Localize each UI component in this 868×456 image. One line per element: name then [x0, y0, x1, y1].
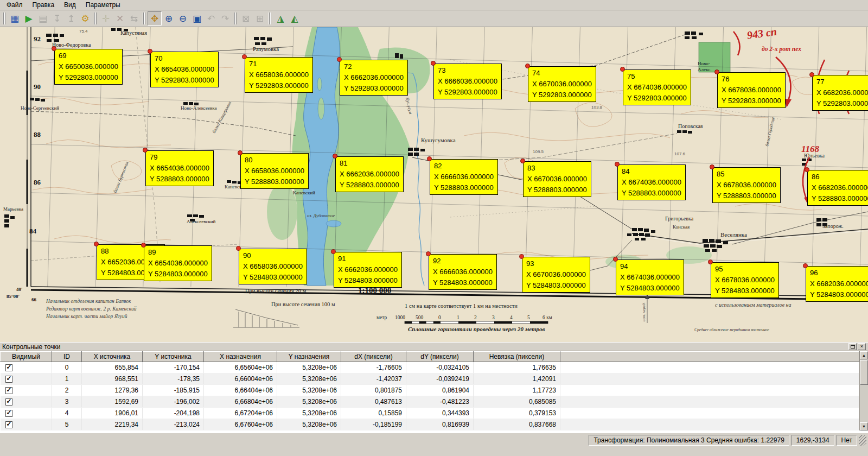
cell-dx[interactable]: -1,76605 [341, 362, 406, 373]
cell-id[interactable]: 2 [52, 385, 82, 396]
cell-dy[interactable]: 0,861904 [406, 385, 474, 396]
float-panel-button[interactable] [848, 343, 857, 350]
zoom-to-layer-button[interactable]: ▣ [190, 11, 204, 26]
cell-dx[interactable]: 0,487613 [341, 396, 406, 408]
gcp-label-90[interactable]: 90X 6658036.000000Y 5284803.000000 [239, 249, 307, 284]
gcp-label-70[interactable]: 70X 6654036.000000Y 5292803.000000 [150, 52, 219, 87]
cell-dst_y[interactable]: 5,3208e+06 [277, 385, 341, 396]
cell-dx[interactable]: -0,185199 [341, 419, 406, 430]
gcp-label-69[interactable]: 69X 6650036.000000Y 5292803.000000 [54, 49, 123, 85]
scroll-up-button[interactable]: ▲ [860, 351, 868, 359]
link-qgis-to-georeferencer-button[interactable]: ⊞ [253, 11, 267, 26]
gcp-label-95[interactable]: 95X 6678036.000000Y 5284803.000000 [711, 262, 779, 298]
cell-src_x[interactable]: 1592,69 [82, 396, 143, 408]
column-header-Невязка (пиксели)[interactable]: Невязка (пиксели) [474, 352, 560, 362]
cell-dy[interactable]: 0,344393 [406, 408, 474, 419]
gcp-label-82[interactable]: 82X 6666036.000000Y 5288803.000000 [430, 159, 498, 195]
menu-Правка[interactable]: Правка [28, 0, 60, 10]
toolbar-handle[interactable] [94, 12, 97, 24]
cell-dst_x[interactable]: 6,67204e+06 [204, 408, 277, 419]
gcp-table-row[interactable]: 0655,854-170,1546,65604e+065,3208e+06-1,… [1, 362, 859, 373]
add-point-button[interactable]: ✛ [99, 11, 113, 26]
gcp-label-80[interactable]: 80X 6658036.000000Y 5288803.000000 [240, 153, 309, 189]
column-header-X источника[interactable]: X источника [82, 352, 143, 362]
zoom-last-button[interactable]: ↶ [204, 11, 218, 26]
cell-dst_y[interactable]: 5,3208e+06 [277, 396, 341, 408]
cell-src_x[interactable]: 1279,36 [82, 385, 143, 396]
load-gcp-points-button[interactable]: ↧ [50, 11, 64, 26]
visible-checkbox[interactable] [5, 364, 12, 371]
gcp-table-row[interactable]: 31592,69-196,0026,66804e+065,3208e+060,4… [1, 396, 859, 408]
gcp-label-92[interactable]: 92X 6666036.000000Y 5284803.000000 [429, 254, 497, 290]
cell-dy[interactable]: 0,816939 [406, 419, 474, 430]
delete-point-button[interactable]: ✕ [113, 11, 127, 26]
cell-id[interactable]: 5 [52, 419, 82, 430]
scrollbar-thumb[interactable] [860, 360, 868, 385]
gcp-label-81[interactable]: 81X 6662036.000000Y 5288803.000000 [335, 156, 404, 192]
generate-gdal-script-button[interactable]: ▤ [36, 11, 50, 26]
cell-dy[interactable]: -0,0324105 [406, 362, 474, 373]
gcp-label-96[interactable]: 96X 6682036.000000Y 5284803.000000 [806, 266, 868, 302]
cell-residual[interactable]: 1,17723 [474, 385, 560, 396]
gcp-label-71[interactable]: 71X 6658036.000000Y 5292803.000000 [245, 57, 313, 93]
cell-residual[interactable]: 1,42091 [474, 373, 560, 385]
cell-id[interactable]: 3 [52, 396, 82, 408]
gcp-label-77[interactable]: 77X 6682036.000000Y 5292803.000000 [812, 75, 868, 111]
cell-src_y[interactable]: -185,915 [143, 385, 204, 396]
gcp-table-row[interactable]: 1968,551-178,356,66004e+065,3208e+06-1,4… [1, 373, 859, 385]
gcp-label-93[interactable]: 93X 6670036.000000Y 5284803.000000 [522, 257, 590, 293]
move-point-button[interactable]: ⇆ [127, 11, 141, 26]
column-header-Y источника[interactable]: Y источника [143, 352, 204, 362]
cell-residual[interactable]: 0,837668 [474, 419, 560, 430]
menu-Файл[interactable]: Файл [2, 0, 28, 10]
cell-src_x[interactable]: 968,551 [82, 373, 143, 385]
link-georeferencer-to-qgis-button[interactable]: ⊠ [239, 11, 253, 26]
visible-checkbox[interactable] [5, 387, 12, 394]
visible-checkbox[interactable] [5, 421, 12, 428]
zoom-next-button[interactable]: ↷ [218, 11, 232, 26]
cell-dst_x[interactable]: 6,65604e+06 [204, 362, 277, 373]
gcp-label-86[interactable]: 86X 6682036.000000Y 5288803.000000 [807, 170, 868, 206]
open-raster-button[interactable]: ▦ [8, 11, 22, 26]
gcp-label-91[interactable]: 91X 6662036.000000Y 5284803.000000 [334, 252, 402, 288]
cell-dx[interactable]: 0,15859 [341, 408, 406, 419]
gcp-label-85[interactable]: 85X 6678036.000000Y 5288803.000000 [712, 167, 781, 203]
cell-src_y[interactable]: -213,024 [143, 419, 204, 430]
cell-src_x[interactable]: 2219,34 [82, 419, 143, 430]
resize-grip[interactable] [859, 435, 866, 446]
gcp-label-73[interactable]: 73X 6666036.000000Y 5292803.000000 [433, 64, 502, 99]
cell-src_y[interactable]: -178,35 [143, 373, 204, 385]
gcp-label-79[interactable]: 79X 6654036.000000Y 5288803.000000 [145, 150, 214, 186]
cell-residual[interactable]: 0,685085 [474, 396, 560, 408]
gcp-label-89[interactable]: 89X 6654036.000000Y 5284803.000000 [144, 245, 212, 281]
pan-button[interactable]: ✥ [148, 11, 162, 26]
cell-residual[interactable]: 1,76635 [474, 362, 560, 373]
cell-dst_y[interactable]: 5,3208e+06 [277, 373, 341, 385]
gcp-label-84[interactable]: 84X 6674036.000000Y 5288803.000000 [617, 164, 686, 200]
column-header-Видимый[interactable]: Видимый [1, 352, 52, 362]
visible-checkbox[interactable] [5, 410, 12, 417]
close-panel-button[interactable]: × [858, 343, 866, 350]
cell-src_x[interactable]: 655,854 [82, 362, 143, 373]
cell-src_y[interactable]: -204,198 [143, 408, 204, 419]
cell-dx[interactable]: -1,42037 [341, 373, 406, 385]
column-header-X назначения[interactable]: X назначения [204, 352, 277, 362]
cell-dy[interactable]: -0,0392419 [406, 373, 474, 385]
cell-src_x[interactable]: 1906,01 [82, 408, 143, 419]
gcp-label-76[interactable]: 76X 6678036.000000Y 5292803.000000 [717, 72, 786, 108]
cell-dst_x[interactable]: 6,66404e+06 [204, 385, 277, 396]
column-header-ID[interactable]: ID [52, 352, 82, 362]
scroll-down-button[interactable]: ▼ [860, 422, 868, 430]
gcp-table-row[interactable]: 41906,01-204,1986,67204e+065,3208e+060,1… [1, 408, 859, 419]
gcp-label-94[interactable]: 94X 6674036.000000Y 5284803.000000 [616, 259, 684, 295]
toolbar-handle[interactable] [234, 12, 237, 24]
save-gcp-points-button[interactable]: ↥ [64, 11, 78, 26]
transformation-settings-button[interactable]: ⚙ [78, 11, 92, 26]
zoom-out-button[interactable]: ⊖ [176, 11, 190, 26]
histogram-stretch-local-button[interactable]: ◭ [288, 11, 302, 26]
toolbar-handle[interactable] [143, 12, 146, 24]
column-header-Y назначения[interactable]: Y назначения [277, 352, 341, 362]
toolbar-handle[interactable] [3, 12, 6, 24]
toolbar-handle[interactable] [269, 12, 272, 24]
visible-checkbox[interactable] [5, 376, 12, 383]
